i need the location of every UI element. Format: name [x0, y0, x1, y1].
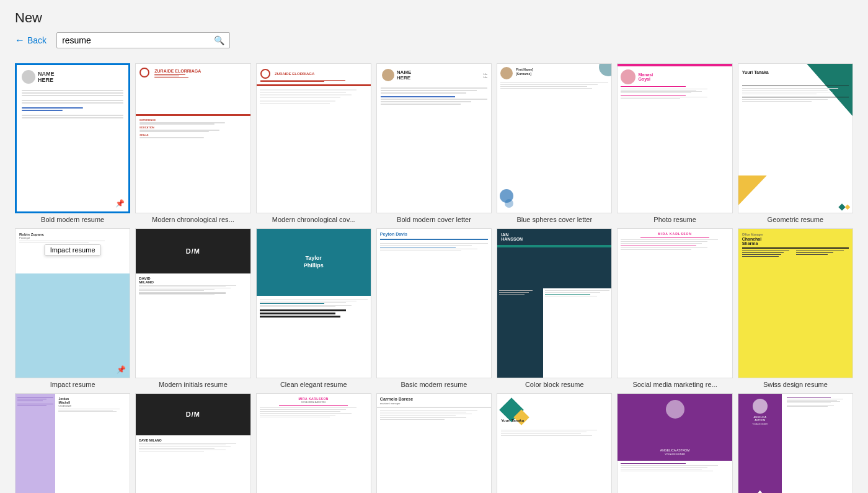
preview-purple-sidebar: [16, 394, 55, 493]
template-label-geometric-resume: Geometric resume: [738, 216, 853, 223]
geo-yellow-shape: [738, 175, 767, 205]
thumb-social-media-cov: MIRA KARLSSON SOCIAL MEDIA MARKETING: [256, 393, 371, 493]
template-modern-initials-cov[interactable]: D/M DAVID MILANO Modern initials cover l…: [135, 393, 250, 493]
preview-ian: IANHANSSON: [497, 229, 611, 378]
template-bold-modern-cover[interactable]: NAMEHERE InfoInfo Bold modern cover lett…: [376, 63, 492, 223]
template-label-blue-spheres: Blue spheres cover letter: [497, 216, 612, 223]
template-contemporary-cov[interactable]: ANGELICAASTROMYOGA DESIGNER Contemporary…: [738, 393, 853, 493]
thumb-modern-initials-cov: D/M DAVID MILANO: [135, 393, 250, 493]
line5: [22, 102, 123, 104]
preview-teal: TaylorPhillips: [257, 229, 371, 296]
template-color-block-uiux[interactable]: JordanMitchell UX DESIGNER Color block U…: [15, 393, 130, 493]
template-label-modern-initials-resume: Modern initials resume: [135, 381, 250, 388]
template-photo-cov[interactable]: ANGELICA ASTROMYOGA DESIGNER Photo cover…: [617, 393, 732, 493]
line7: [22, 110, 63, 111]
template-label-clean-elegant: Clean elegant resume: [256, 381, 371, 388]
template-modern-chron-res[interactable]: ZURAIDE ELORRIAGA EXPERIENCE EDUCATION S…: [135, 63, 250, 223]
preview-lines: [22, 90, 123, 120]
template-photo-resume[interactable]: ManasiGoyal Photo resume: [617, 63, 732, 223]
thumb-photo-resume: ManasiGoyal: [617, 63, 732, 213]
template-impact-resume[interactable]: Robin Zupanc Paralegal: [15, 228, 130, 388]
preview-peyton-name: Peyton Davis: [380, 232, 488, 236]
template-label-basic-modern: Basic modern resume: [376, 381, 492, 388]
template-social-media-cov[interactable]: MIRA KARLSSON SOCIAL MEDIA MARKETING Soc…: [256, 393, 371, 493]
template-clean-elegant[interactable]: TaylorPhillips Clean el: [256, 228, 371, 388]
thumb-swiss-design: Office Manager ChanchalSharma: [738, 228, 853, 378]
preview-social-cov: MIRA KARLSSON SOCIAL MEDIA MARKETING: [257, 394, 371, 493]
back-button[interactable]: ← Back: [15, 35, 46, 46]
template-social-media-res[interactable]: MIRA KARLSSON Social media marketing re.…: [617, 228, 732, 388]
preview-mira: MIRA KARLSSON: [618, 229, 732, 378]
preview-peyton: Peyton Davis: [377, 229, 491, 378]
preview-geometric: Yuuri Tanaka: [738, 64, 852, 213]
template-basic-modern-cov[interactable]: Carmelo Barese assistant manager Basic m…: [376, 393, 492, 493]
template-bold-modern-resume[interactable]: NAMEHERE 📌 Bold modern resu: [15, 63, 130, 223]
preview-bold-modern: NAMEHERE: [17, 65, 128, 211]
thumb-social-media-res: MIRA KARLSSON: [617, 228, 732, 378]
thumb-contemporary-cov: ANGELICAASTROMYOGA DESIGNER: [738, 393, 853, 493]
preview-avatar: [22, 70, 35, 84]
line2: [22, 92, 123, 94]
thumb-bold-modern-cover: NAMEHERE InfoInfo: [376, 63, 492, 213]
preview-taylor-name: TaylorPhillips: [304, 255, 324, 269]
template-basic-modern[interactable]: Peyton Davis Basic modern resume: [376, 228, 492, 388]
back-arrow-icon: ←: [15, 35, 25, 46]
preview-header: ZURAIDE ELORRIAGA: [136, 64, 250, 116]
template-label-social-media-res: Social media marketing re...: [617, 381, 732, 388]
preview-carmelo: Carmelo Barese assistant manager: [377, 394, 491, 493]
thumb-color-block: IANHANSSON: [497, 228, 612, 378]
preview-circle-avatar: [140, 68, 149, 78]
preview-dark-header: D/M: [136, 229, 250, 273]
pin-icon-impact[interactable]: 📌: [117, 365, 126, 374]
preview-name: NAMEHERE: [38, 71, 55, 84]
preview-dm: D/M: [186, 247, 200, 255]
templates-grid: NAMEHERE 📌 Bold modern resu: [0, 63, 868, 493]
line3: [22, 95, 123, 96]
search-icon: 🔍: [214, 35, 224, 45]
preview-chron-cov: ZURAIDE ELORRIAGA: [257, 64, 371, 213]
preview-david: D/M DAVIDMILANO: [136, 229, 250, 378]
line1: [22, 90, 123, 91]
top-bar: ← Back 🔍: [15, 32, 853, 48]
line6: [22, 107, 83, 109]
line8: [22, 115, 123, 116]
preview-bold-cover: NAMEHERE InfoInfo: [377, 64, 491, 213]
template-geometric-cov[interactable]: Yuuri Tanaka Geometric cover letter: [497, 393, 612, 493]
thumb-geometric-resume: Yuuri Tanaka: [738, 63, 853, 213]
template-modern-chron-cov[interactable]: ZURAIDE ELORRIAGA Modern chronological c…: [256, 63, 371, 223]
preview-swiss: Office Manager ChanchalSharma: [738, 229, 852, 378]
preview-contemporary: ANGELICAASTROMYOGA DESIGNER: [738, 394, 852, 493]
preview-red-name: ZURAIDE ELORRIAGA: [154, 69, 246, 73]
thumb-basic-modern: Peyton Davis: [376, 228, 492, 378]
preview-photo: [666, 400, 684, 419]
preview-main-content: JordanMitchell UX DESIGNER: [55, 394, 130, 493]
thumb-geometric-cov: Yuuri Tanaka: [497, 393, 612, 493]
thumb-basic-modern-cov: Carmelo Barese assistant manager: [376, 393, 492, 493]
preview-ian-name: IANHANSSON: [497, 229, 611, 245]
template-swiss-design[interactable]: Office Manager ChanchalSharma: [738, 228, 853, 388]
page-title: New: [15, 10, 853, 26]
preview-purple-top: ANGELICA ASTROMYOGA DESIGNER: [618, 394, 732, 461]
thumb-blue-spheres: First Name][Surname]: [497, 63, 612, 213]
line9: [22, 117, 123, 118]
thumb-modern-chron-res: ZURAIDE ELORRIAGA EXPERIENCE EDUCATION S…: [135, 63, 250, 213]
preview-teal-stripe: [497, 245, 611, 247]
template-label-color-block: Color block resume: [497, 381, 612, 388]
preview-angelica: ANGELICA ASTROMYOGA DESIGNER: [618, 394, 732, 493]
thumb-modern-initials-resume: D/M DAVIDMILANO: [135, 228, 250, 378]
preview-blue-spheres: First Name][Surname]: [497, 64, 611, 213]
search-input[interactable]: [62, 35, 214, 45]
template-label-modern-chron-res: Modern chronological res...: [135, 216, 250, 223]
template-geometric-resume[interactable]: Yuuri Tanaka Geometr: [738, 63, 853, 223]
template-label-photo-resume: Photo resume: [617, 216, 732, 223]
template-color-block[interactable]: IANHANSSON: [497, 228, 612, 388]
template-label-bold-modern-cover: Bold modern cover letter: [376, 216, 492, 223]
pin-icon-bold-modern[interactable]: 📌: [115, 199, 125, 208]
preview-ian-top: IANHANSSON: [497, 229, 611, 288]
line4: [22, 100, 123, 101]
template-label-impact-resume: Impact resume: [15, 381, 130, 388]
preview-modern-initials-cov: D/M DAVID MILANO: [136, 394, 250, 493]
template-blue-spheres[interactable]: First Name][Surname] Blue spheres cover …: [497, 63, 612, 223]
template-modern-initials-resume[interactable]: D/M DAVIDMILANO Modern initials resume: [135, 228, 250, 388]
search-box: 🔍: [56, 32, 230, 48]
